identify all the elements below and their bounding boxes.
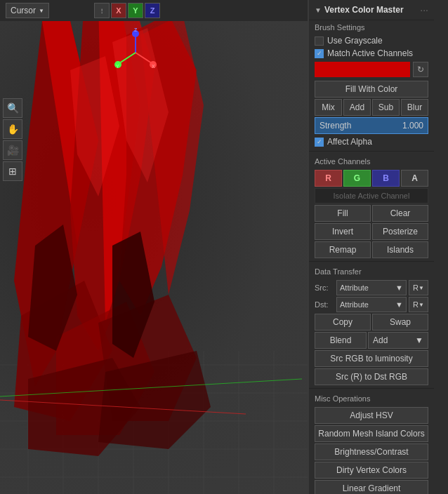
perspective-icon[interactable]: ⋮ (94, 3, 110, 18)
navigation-gizmo[interactable]: Z X Y (111, 28, 160, 77)
b-channel-button[interactable]: B (372, 170, 400, 187)
panel-title: Vertex Color Master (324, 5, 420, 15)
dst-type-dropdown[interactable]: Attribute ▼ (336, 297, 407, 312)
remap-islands-row: Remap Islands (315, 241, 428, 258)
clear-button[interactable]: Clear (372, 205, 428, 222)
match-active-label: Match Active Channels (327, 48, 413, 58)
strength-row[interactable]: Strength 1.000 (315, 117, 428, 134)
swap-button[interactable]: Swap (372, 314, 428, 331)
dst-channel-dropdown[interactable]: R ▼ (409, 297, 428, 312)
src-channel-value: R (413, 283, 419, 292)
camera-tool[interactable]: 🎥 (3, 140, 22, 160)
remap-button[interactable]: Remap (315, 241, 371, 258)
right-panel: ▼ Vertex Color Master ··· Brush Settings… (309, 0, 448, 494)
color-swatch-row: ↻ (309, 60, 434, 79)
affect-alpha-label: Affect Alpha (327, 137, 372, 147)
divider-1 (309, 151, 434, 152)
svg-line-32 (136, 53, 152, 63)
svg-line-34 (119, 53, 136, 63)
adjust-hsv-button[interactable]: Adjust HSV (315, 407, 428, 424)
blur-button[interactable]: Blur (401, 99, 428, 116)
fill-button[interactable]: Fill (315, 205, 371, 222)
blend-modes-row: Mix Add Sub Blur (315, 99, 428, 116)
blend-label: Blend (315, 332, 367, 349)
src-type-dropdown[interactable]: Attribute ▼ (336, 280, 407, 295)
g-channel-button[interactable]: G (343, 170, 371, 187)
posterize-button[interactable]: Posterize (372, 223, 428, 240)
collapse-arrow-icon[interactable]: ▼ (315, 6, 322, 14)
refresh-button[interactable]: ↻ (413, 62, 428, 77)
svg-text:X: X (152, 64, 155, 69)
r-channel-button[interactable]: R (315, 170, 342, 187)
divider-3 (309, 388, 434, 389)
panel-content: ▼ Vertex Color Master ··· Brush Settings… (309, 0, 434, 494)
copy-button[interactable]: Copy (315, 314, 371, 331)
use-grayscale-checkbox[interactable] (315, 36, 324, 46)
a-channel-button[interactable]: A (401, 170, 428, 187)
chevron-dst-ch-icon: ▼ (419, 302, 424, 308)
chevron-dst-icon: ▼ (395, 300, 403, 309)
magnify-tool[interactable]: 🔍 (3, 98, 22, 118)
data-transfer-label: Data Transfer (309, 265, 434, 279)
z-axis-button[interactable]: Z (145, 3, 160, 18)
match-active-row: ✓ Match Active Channels (309, 47, 434, 60)
chevron-blend-icon: ▼ (415, 335, 423, 345)
blend-mode-value: Add (373, 335, 388, 345)
left-tools: 🔍 ✋ 🎥 ⊞ (3, 98, 22, 181)
channels-row: R G B A (315, 170, 428, 187)
xyz-buttons: ⋮ X Y Z (94, 3, 160, 18)
src-type-value: Attribute (340, 283, 369, 292)
svg-text:Z: Z (134, 28, 138, 32)
dst-channel-value: R (413, 300, 419, 309)
color-swatch[interactable] (315, 62, 410, 77)
svg-text:Y: Y (116, 64, 119, 69)
grid-tool[interactable]: ⊞ (3, 161, 22, 181)
panel-options-icon[interactable]: ··· (420, 4, 428, 15)
brightness-contrast-button[interactable]: Brightness/Contrast (315, 443, 428, 460)
x-axis-button[interactable]: X (111, 3, 126, 18)
src-r-dst-rgb-button[interactable]: Src (R) to Dst RGB (315, 368, 428, 385)
chevron-down-icon: ▼ (39, 8, 44, 14)
divider-2 (309, 261, 434, 262)
viewport: Cursor ▼ 🔍 ✋ 🎥 ⊞ ⋮ X Y Z Z X Y (0, 0, 308, 494)
dirty-vertex-button[interactable]: Dirty Vertex Colors (315, 462, 428, 479)
panel-header: ▼ Vertex Color Master ··· (309, 0, 434, 20)
affect-alpha-checkbox[interactable]: ✓ (315, 138, 324, 147)
src-row: Src: Attribute ▼ R ▼ (315, 280, 428, 295)
chevron-src-icon: ▼ (395, 283, 403, 292)
dst-row: Dst: Attribute ▼ R ▼ (315, 297, 428, 312)
add-button[interactable]: Add (343, 99, 371, 116)
cursor-label: Cursor (11, 6, 36, 15)
cursor-dropdown[interactable]: Cursor ▼ (6, 3, 49, 18)
fill-clear-row: Fill Clear (315, 205, 428, 222)
move-tool[interactable]: ✋ (3, 119, 22, 139)
active-channels-label: Active Channels (309, 154, 434, 168)
use-grayscale-row: Use Grayscale (309, 34, 434, 47)
copy-swap-row: Copy Swap (315, 314, 428, 331)
isolate-active-channel[interactable]: Isolate Active Channel (315, 188, 428, 203)
sub-button[interactable]: Sub (372, 99, 400, 116)
affect-alpha-row: ✓ Affect Alpha (309, 135, 434, 148)
invert-button[interactable]: Invert (315, 223, 371, 240)
dst-label: Dst: (315, 300, 334, 309)
linear-gradient-button[interactable]: Linear Gradient (315, 480, 428, 494)
islands-button[interactable]: Islands (372, 241, 428, 258)
strength-label: Strength (319, 121, 402, 131)
src-channel-dropdown[interactable]: R ▼ (409, 280, 428, 295)
blend-mode-dropdown[interactable]: Add ▼ (368, 332, 428, 349)
chevron-src-ch-icon: ▼ (419, 285, 424, 291)
y-axis-button[interactable]: Y (128, 3, 143, 18)
match-active-checkbox[interactable]: ✓ (315, 49, 324, 58)
use-grayscale-label: Use Grayscale (327, 36, 383, 46)
mix-button[interactable]: Mix (315, 99, 342, 116)
strength-value: 1.000 (402, 121, 423, 131)
src-label: Src: (315, 283, 334, 292)
dst-type-value: Attribute (340, 300, 369, 309)
brush-settings-label: Brush Settings (309, 20, 434, 34)
misc-operations-label: Misc Operations (309, 392, 434, 406)
random-mesh-button[interactable]: Random Mesh Island Colors (315, 425, 428, 442)
fill-with-color-button[interactable]: Fill With Color (315, 81, 428, 98)
src-rgb-luminosity-button[interactable]: Src RGB to luminosity (315, 350, 428, 367)
invert-posterize-row: Invert Posterize (315, 223, 428, 240)
blend-add-row: Blend Add ▼ (315, 332, 428, 349)
